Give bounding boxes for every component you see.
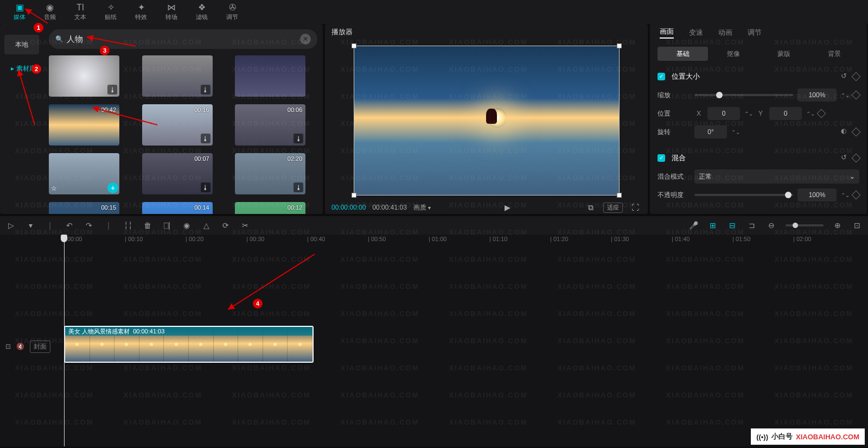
resize-handle-tr[interactable] bbox=[617, 43, 622, 48]
reset-icon[interactable]: ↺ bbox=[839, 72, 848, 81]
media-thumb-1[interactable]: ⭳ bbox=[142, 55, 213, 97]
tab-effect[interactable]: ✦特效 bbox=[126, 1, 156, 23]
media-thumb-7[interactable]: 00:07⭳ bbox=[142, 153, 213, 194]
rot-stepper[interactable]: ⌃⌄ bbox=[731, 129, 739, 135]
record-icon[interactable]: ◉ bbox=[181, 221, 192, 230]
select-tool-icon[interactable]: ▷ bbox=[5, 221, 16, 230]
opacity-stepper[interactable]: ⌃⌄ bbox=[841, 192, 848, 198]
cover-button[interactable]: 封面 bbox=[30, 340, 50, 353]
subtab-mask[interactable]: 蒙版 bbox=[758, 47, 809, 61]
side-tab-local[interactable]: 本地 bbox=[4, 35, 39, 54]
download-icon[interactable]: ⭳ bbox=[201, 85, 210, 94]
mirror-icon[interactable]: △ bbox=[201, 221, 212, 230]
scale-slider[interactable] bbox=[694, 94, 793, 96]
pos-keyframe-icon[interactable] bbox=[817, 109, 826, 118]
undo-icon[interactable]: ↶ bbox=[64, 221, 75, 230]
media-thumb-5[interactable]: 00:06⭳ bbox=[235, 104, 305, 146]
media-thumb-9[interactable]: 00:15 bbox=[49, 202, 119, 214]
tab-adjust[interactable]: ✇调节 bbox=[217, 1, 247, 23]
rotate-icon[interactable]: ⟳ bbox=[220, 221, 231, 230]
check-blend[interactable]: ✓ bbox=[658, 154, 665, 162]
pos-x-stepper[interactable]: ⌃⌄ bbox=[744, 111, 752, 117]
download-icon[interactable]: ⭳ bbox=[107, 85, 117, 94]
split-icon[interactable]: ╎╎ bbox=[123, 221, 133, 230]
insp-tab-speed[interactable]: 变速 bbox=[689, 28, 703, 37]
video-clip[interactable]: 美女 人物风景情感素材 00:00:41:03 bbox=[64, 326, 314, 363]
playhead[interactable] bbox=[64, 235, 65, 446]
download-icon[interactable]: ⭳ bbox=[293, 182, 303, 192]
media-thumb-2[interactable] bbox=[235, 55, 305, 97]
blend-mode-select[interactable]: 正常 ⌄ bbox=[694, 169, 859, 184]
favorite-icon[interactable]: ☆ bbox=[51, 185, 57, 192]
search-input[interactable] bbox=[67, 35, 300, 44]
zoom-slider[interactable] bbox=[786, 224, 824, 226]
insp-tab-anim[interactable]: 动画 bbox=[718, 28, 732, 37]
tab-media[interactable]: ▣媒体 bbox=[4, 1, 35, 23]
scale-value[interactable]: 100% bbox=[797, 89, 837, 102]
magnet-on-icon[interactable]: ⊞ bbox=[707, 221, 718, 230]
timeline-ruler[interactable]: | 00:00| 00:10| 00:20| 00:30| 00:40| 00:… bbox=[0, 235, 868, 245]
zoom-in-icon[interactable]: ⊕ bbox=[832, 221, 843, 230]
search-clear-icon[interactable]: ✕ bbox=[300, 34, 311, 45]
rot-keyframe-icon[interactable] bbox=[852, 128, 861, 137]
media-thumb-10[interactable]: 00:14 bbox=[142, 202, 213, 214]
pos-y-value[interactable]: 0 bbox=[769, 107, 802, 120]
media-thumb-6[interactable]: ☆+ bbox=[49, 153, 119, 194]
resize-handle-br[interactable] bbox=[617, 193, 622, 198]
media-thumb-8[interactable]: 02:20⭳ bbox=[235, 153, 305, 194]
download-icon[interactable]: ⭳ bbox=[201, 134, 210, 143]
media-thumb-0[interactable]: ⭳ bbox=[49, 55, 119, 97]
tab-transition[interactable]: ⋈转场 bbox=[156, 1, 187, 23]
track-mute-icon[interactable]: 🔇 bbox=[16, 343, 24, 350]
blend-reset-icon[interactable]: ↺ bbox=[839, 153, 848, 163]
zoom-fit-icon[interactable]: ⊡ bbox=[852, 221, 863, 230]
player-canvas[interactable] bbox=[354, 46, 620, 195]
subtab-cutout[interactable]: 抠像 bbox=[708, 47, 758, 61]
tab-filter[interactable]: ❖滤镜 bbox=[187, 1, 217, 23]
pos-y-stepper[interactable]: ⌃⌄ bbox=[806, 111, 814, 117]
ratio-button[interactable]: 适应 bbox=[603, 203, 623, 213]
media-thumb-11[interactable]: 00:12 bbox=[235, 202, 305, 214]
link-on-icon[interactable]: ⊟ bbox=[727, 221, 738, 230]
scale-keyframe-icon[interactable] bbox=[852, 91, 861, 100]
keyframe-icon[interactable] bbox=[852, 72, 861, 81]
select-dropdown-icon[interactable]: ▾ bbox=[25, 221, 36, 230]
resize-handle-tl[interactable] bbox=[352, 43, 356, 48]
fullscreen-icon[interactable]: ⛶ bbox=[629, 203, 641, 212]
redo-icon[interactable]: ↷ bbox=[84, 221, 94, 230]
blend-keyframe-icon[interactable] bbox=[852, 154, 861, 163]
opacity-keyframe-icon[interactable] bbox=[852, 191, 861, 200]
opacity-slider[interactable] bbox=[694, 194, 793, 196]
zoom-out-icon[interactable]: ⊖ bbox=[766, 221, 777, 230]
compare-icon[interactable]: ⧉ bbox=[585, 203, 597, 212]
tab-sticker[interactable]: ✧贴纸 bbox=[95, 1, 126, 23]
download-icon[interactable]: ⭳ bbox=[293, 134, 303, 143]
quality-dropdown[interactable]: 画质 bbox=[413, 203, 431, 212]
rot-dial-icon[interactable]: ◐ bbox=[839, 127, 848, 137]
media-thumb-3[interactable]: 00:42 bbox=[49, 104, 119, 146]
media-thumb-4[interactable]: 00:16⭳ bbox=[142, 104, 213, 146]
rot-value[interactable]: 0° bbox=[694, 125, 727, 138]
tab-text[interactable]: TI文本 bbox=[65, 1, 95, 23]
crop-icon[interactable]: ✂ bbox=[240, 221, 251, 230]
crop-left-icon[interactable]: ⎕| bbox=[162, 221, 173, 230]
opacity-value[interactable]: 100% bbox=[797, 188, 837, 201]
subtab-bg[interactable]: 背景 bbox=[809, 47, 859, 61]
check-pos-size[interactable]: ✓ bbox=[658, 73, 665, 80]
scale-stepper[interactable]: ⌃⌄ bbox=[841, 92, 848, 98]
track-lock-icon[interactable]: ⊡ bbox=[5, 343, 11, 350]
mic-icon[interactable]: 🎤 bbox=[688, 221, 699, 230]
align-icon[interactable]: ⊐ bbox=[746, 221, 757, 230]
tab-audio[interactable]: ◉音频 bbox=[35, 1, 65, 23]
add-icon[interactable]: + bbox=[107, 182, 118, 193]
play-button[interactable]: ▶ bbox=[502, 203, 514, 212]
insp-tab-adjust[interactable]: 调节 bbox=[748, 28, 762, 37]
download-icon[interactable]: ⭳ bbox=[201, 182, 210, 192]
delete-icon[interactable]: 🗑 bbox=[142, 221, 153, 230]
subtab-basic[interactable]: 基础 bbox=[658, 47, 708, 61]
resize-handle-bl[interactable] bbox=[352, 193, 356, 198]
thumb-duration: 00:15 bbox=[101, 204, 116, 211]
insp-tab-picture[interactable]: 画面 bbox=[660, 27, 674, 39]
pos-x-value[interactable]: 0 bbox=[707, 107, 740, 120]
tracks-area[interactable]: ⊡ 🔇 封面 美女 人物风景情感素材 00:00:41:03 bbox=[0, 245, 868, 446]
